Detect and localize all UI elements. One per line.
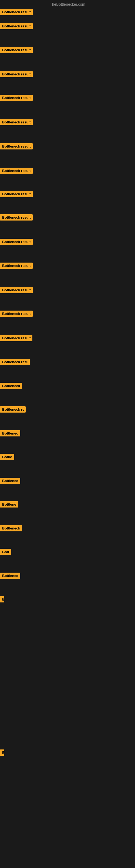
bottleneck-item-11: Bottleneck result [0,239,33,246]
bottleneck-item-5: Bottleneck result [0,95,33,102]
bottleneck-item-7: Bottleneck result [0,143,33,151]
bottleneck-item-22: Bottlene [0,501,18,508]
bottleneck-result-badge: Bottleneck result [0,71,33,77]
bottleneck-result-badge: Bottleneck result [0,23,33,29]
bottleneck-result-badge: Bottleneck result [0,119,33,125]
site-header: TheBottlenecker.com [0,0,135,8]
bottleneck-item-25: Bottlenec [0,572,20,580]
bottleneck-item-9: Bottleneck result [0,191,33,198]
bottleneck-item-28: B [0,749,4,757]
bottleneck-item-26: B [0,596,4,603]
bottleneck-result-badge: Bottleneck result [0,191,33,197]
bottleneck-result-badge: Bottle [0,454,14,460]
bottleneck-item-2: Bottleneck result [0,23,33,30]
bottleneck-item-21: Bottlenec [0,478,20,485]
bottleneck-item-19: Bottlenec [0,430,20,437]
bottleneck-item-16: Bottleneck resu [0,359,30,366]
bottleneck-result-badge: Bottleneck result [0,95,33,101]
bottleneck-item-18: Bottleneck re [0,406,26,414]
bottleneck-item-3: Bottleneck result [0,47,33,54]
bottleneck-item-20: Bottle [0,454,14,461]
bottleneck-result-badge: Bottleneck result [0,311,33,317]
bottleneck-result-badge: B [0,596,4,602]
bottleneck-result-badge: Bottleneck result [0,287,33,293]
bottleneck-result-badge: Bottlenec [0,478,20,484]
bottleneck-result-badge: Bottleneck result [0,335,32,341]
bottleneck-result-badge: Bottleneck result [0,214,33,220]
bottleneck-item-8: Bottleneck result [0,167,33,175]
bottleneck-result-badge: Bott [0,549,11,555]
bottleneck-result-badge: Bottleneck [0,383,22,389]
bottleneck-item-4: Bottleneck result [0,71,33,79]
bottleneck-item-14: Bottleneck result [0,311,33,318]
bottleneck-result-badge: Bottleneck re [0,406,26,412]
bottleneck-result-badge: Bottleneck result [0,9,33,15]
bottleneck-result-badge: Bottleneck resu [0,359,30,365]
bottleneck-item-10: Bottleneck result [0,214,33,222]
bottleneck-result-badge: Bottleneck result [0,143,33,150]
bottleneck-result-badge: Bottlenec [0,572,20,579]
bottleneck-item-17: Bottleneck [0,383,22,390]
bottleneck-result-badge: Bottleneck result [0,167,33,174]
bottleneck-result-badge: Bottleneck result [0,47,33,53]
bottleneck-result-badge: Bottleneck result [0,239,33,245]
bottleneck-item-12: Bottleneck result [0,262,33,270]
bottleneck-result-badge: Bottlenec [0,430,20,436]
bottleneck-result-badge: Bottleneck result [0,262,33,269]
bottleneck-item-13: Bottleneck result [0,287,33,294]
site-title: TheBottlenecker.com [50,2,85,6]
bottleneck-item-23: Bottleneck [0,525,22,532]
bottleneck-item-24: Bott [0,549,11,556]
bottleneck-result-badge: Bottleneck [0,525,22,531]
bottleneck-item-15: Bottleneck result [0,335,32,342]
bottleneck-item-1: Bottleneck result [0,9,33,16]
bottleneck-result-badge: Bottlene [0,501,18,507]
bottleneck-result-badge: B [0,749,4,756]
bottleneck-item-6: Bottleneck result [0,119,33,126]
